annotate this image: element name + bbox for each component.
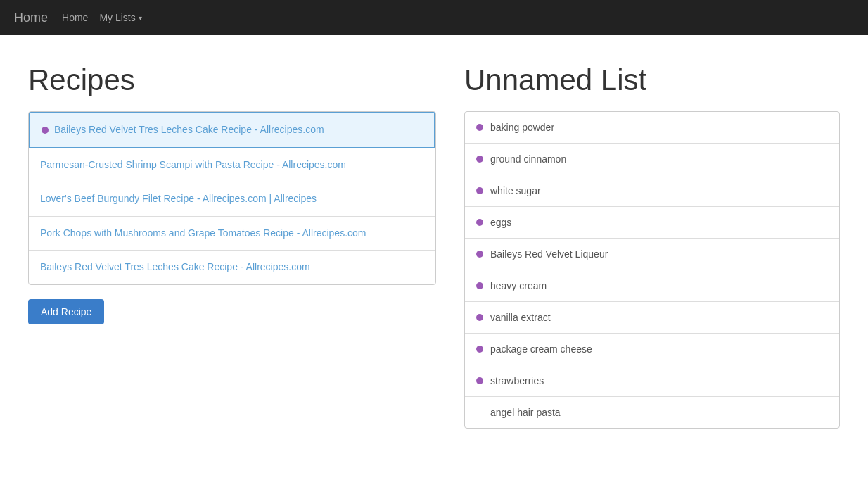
navbar: Home Home My Lists ▾ (0, 0, 868, 35)
ingredient-name: ground cinnamon (490, 153, 566, 165)
ingredient-dot-icon (476, 156, 483, 163)
ingredient-name: white sugar (490, 185, 541, 196)
ingredient-dot-icon (476, 282, 483, 289)
chevron-down-icon: ▾ (139, 14, 142, 22)
recipe-name: Lover's Beef Burgundy Filet Recipe - All… (40, 192, 317, 206)
recipe-item[interactable]: Pork Chops with Mushrooms and Grape Toma… (29, 217, 435, 251)
ingredient-item: Baileys Red Velvet Liqueur (465, 239, 839, 270)
ingredient-item: angel hair pasta (465, 397, 839, 428)
recipe-item[interactable]: Baileys Red Velvet Tres Leches Cake Reci… (29, 112, 435, 148)
list-panel: Unnamed List baking powderground cinnamo… (464, 63, 840, 429)
ingredient-dot-icon (476, 409, 483, 416)
ingredient-dot-icon (476, 187, 483, 194)
recipes-panel: Recipes Baileys Red Velvet Tres Leches C… (28, 63, 436, 429)
recipe-item[interactable]: Lover's Beef Burgundy Filet Recipe - All… (29, 182, 435, 217)
recipe-dot-icon (42, 127, 49, 134)
recipe-name: Baileys Red Velvet Tres Leches Cake Reci… (54, 123, 324, 137)
main-content: Recipes Baileys Red Velvet Tres Leches C… (0, 35, 868, 457)
ingredient-dot-icon (476, 346, 483, 353)
ingredient-item: package cream cheese (465, 334, 839, 365)
recipes-title: Recipes (28, 63, 436, 97)
ingredient-name: angel hair pasta (490, 407, 561, 418)
ingredient-dot-icon (476, 251, 483, 258)
navbar-home-link[interactable]: Home (62, 12, 88, 23)
recipe-list: Baileys Red Velvet Tres Leches Cake Reci… (28, 111, 436, 285)
ingredient-dot-icon (476, 377, 483, 384)
recipe-item[interactable]: Parmesan-Crusted Shrimp Scampi with Past… (29, 148, 435, 183)
list-title: Unnamed List (464, 63, 840, 97)
ingredient-item: heavy cream (465, 270, 839, 302)
ingredient-dot-icon (476, 219, 483, 226)
recipe-name: Baileys Red Velvet Tres Leches Cake Reci… (40, 260, 310, 274)
ingredient-name: eggs (490, 217, 511, 228)
ingredient-item: ground cinnamon (465, 144, 839, 175)
ingredient-name: vanilla extract (490, 312, 551, 323)
ingredient-name: package cream cheese (490, 343, 592, 355)
add-recipe-button[interactable]: Add Recipe (28, 299, 104, 324)
ingredient-dot-icon (476, 314, 483, 321)
ingredient-item: white sugar (465, 175, 839, 207)
ingredient-name: strawberries (490, 375, 544, 386)
recipe-name: Pork Chops with Mushrooms and Grape Toma… (40, 227, 366, 241)
navbar-mylists-dropdown[interactable]: My Lists ▾ (99, 12, 141, 23)
ingredient-name: heavy cream (490, 280, 547, 291)
ingredient-name: baking powder (490, 122, 554, 133)
ingredient-item: eggs (465, 207, 839, 239)
ingredient-name: Baileys Red Velvet Liqueur (490, 248, 608, 260)
ingredient-item: baking powder (465, 112, 839, 144)
ingredient-dot-icon (476, 124, 483, 131)
recipe-item[interactable]: Baileys Red Velvet Tres Leches Cake Reci… (29, 251, 435, 284)
navbar-brand[interactable]: Home (14, 11, 48, 25)
navbar-mylists-label: My Lists (99, 12, 135, 23)
ingredient-item: vanilla extract (465, 302, 839, 334)
recipe-name: Parmesan-Crusted Shrimp Scampi with Past… (40, 158, 346, 172)
ingredients-list: baking powderground cinnamonwhite sugare… (464, 111, 840, 429)
ingredient-item: strawberries (465, 365, 839, 397)
